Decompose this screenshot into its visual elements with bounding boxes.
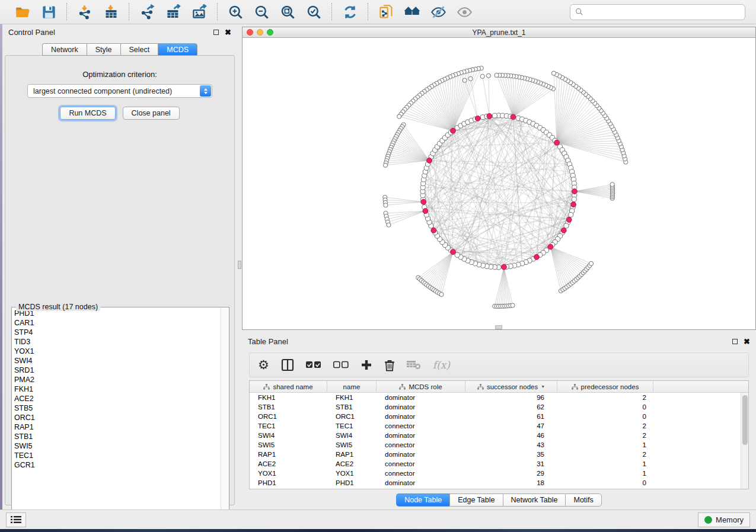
table-cell: 1 xyxy=(557,460,653,467)
export-image-button[interactable] xyxy=(187,2,211,22)
save-icon xyxy=(41,4,57,20)
float-panel-icon[interactable] xyxy=(213,30,219,35)
zoom-fit-button[interactable] xyxy=(276,2,299,22)
close-panel-button[interactable]: Close panel xyxy=(123,107,180,120)
export-table-button[interactable] xyxy=(161,2,185,22)
tab-style[interactable]: Style xyxy=(87,43,120,56)
column-header-MCDS-role[interactable]: MCDS role xyxy=(377,381,465,392)
mcds-result-item[interactable]: CAR1 xyxy=(14,318,221,328)
column-header-name[interactable]: name xyxy=(327,381,377,392)
table-scrollbar[interactable] xyxy=(741,393,748,489)
mcds-result-item[interactable]: SWI4 xyxy=(14,356,221,366)
table-row[interactable]: PHD1PHD1dominator180 xyxy=(250,478,741,488)
close-panel-icon[interactable]: ✖ xyxy=(225,30,231,35)
mcds-result-item[interactable]: PMA2 xyxy=(14,375,221,384)
mcds-result-item[interactable]: ACE2 xyxy=(14,394,221,403)
first-neighbors-button[interactable] xyxy=(400,2,424,22)
search-input[interactable] xyxy=(570,4,745,20)
table-row[interactable]: RAP1RAP1dominator352 xyxy=(250,450,741,459)
mcds-result-item[interactable]: SWI5 xyxy=(14,441,221,451)
export-network-icon xyxy=(139,4,155,20)
control-panel-header: Control Panel ✖ xyxy=(2,24,237,40)
zoom-in-button[interactable] xyxy=(224,2,247,22)
table-cell: 18 xyxy=(465,479,557,486)
select-all-icon[interactable] xyxy=(306,356,321,374)
mcds-result-item[interactable]: SRD1 xyxy=(14,366,221,375)
column-header-predecessor-nodes[interactable]: predecessor nodes xyxy=(557,381,653,392)
close-table-panel-icon[interactable]: ✖ xyxy=(744,339,750,344)
mcds-result-item[interactable]: STP4 xyxy=(14,328,221,337)
mcds-result-item[interactable]: FKH1 xyxy=(14,384,221,394)
show-all-button[interactable] xyxy=(452,2,476,22)
mcds-result-item[interactable]: STB5 xyxy=(14,403,221,413)
list-icon xyxy=(11,515,21,524)
import-table-button[interactable] xyxy=(99,2,123,22)
tab-mcds[interactable]: MCDS xyxy=(158,43,197,56)
network-graph[interactable] xyxy=(243,38,755,329)
add-icon[interactable] xyxy=(361,356,372,374)
memory-button[interactable]: Memory xyxy=(698,512,750,527)
table-scrollbar-thumb[interactable] xyxy=(742,395,748,445)
table-panel-tabs: Node TableEdge TableNetwork TableMotifs xyxy=(242,493,756,507)
apply-layout-icon xyxy=(342,4,358,20)
deselect-all-icon[interactable] xyxy=(333,356,349,374)
table-row[interactable]: YOX1YOX1connector291 xyxy=(250,469,741,478)
splitter-handle[interactable] xyxy=(238,261,241,269)
table-row[interactable]: FKH1FKH1dominator962 xyxy=(250,393,741,402)
settings-icon[interactable]: ⚙ xyxy=(258,356,269,374)
column-header-successor-nodes[interactable]: successor nodes▼ xyxy=(465,381,557,392)
tab-node-table[interactable]: Node Table xyxy=(396,493,449,507)
network-canvas[interactable] xyxy=(243,38,755,329)
hide-selected-button[interactable] xyxy=(426,2,450,22)
mcds-result-item[interactable]: RAP1 xyxy=(14,422,221,432)
network-window-titlebar[interactable]: YPA_prune.txt_1 xyxy=(243,27,755,38)
table-row[interactable]: ACE2ACE2connector311 xyxy=(250,459,741,469)
zoom-out-button[interactable] xyxy=(250,2,273,22)
save-button[interactable] xyxy=(37,2,60,22)
mcds-result-item[interactable]: STB1 xyxy=(14,432,221,441)
table-row[interactable]: SWI5SWI5connector431 xyxy=(250,440,741,450)
search-field[interactable] xyxy=(587,8,740,16)
clone-network-button[interactable] xyxy=(374,2,398,22)
task-history-button[interactable] xyxy=(6,512,26,527)
vertical-splitter[interactable] xyxy=(237,24,242,509)
horizontal-splitter-handle[interactable] xyxy=(495,325,502,329)
table-cell: 1 xyxy=(557,470,653,477)
mcds-list-scrollbar[interactable] xyxy=(221,307,229,521)
tab-motifs[interactable]: Motifs xyxy=(565,493,601,507)
tab-edge-table[interactable]: Edge Table xyxy=(449,493,502,507)
mcds-result-item[interactable]: TID3 xyxy=(14,337,221,347)
export-table-icon xyxy=(165,4,181,20)
table-cell: 46 xyxy=(465,432,557,439)
criterion-dropdown[interactable]: largest connected component (undirected) xyxy=(27,84,212,98)
float-table-panel-icon[interactable] xyxy=(732,339,738,344)
table-cell: 47 xyxy=(465,422,557,430)
table-cell: 2 xyxy=(557,422,653,430)
apply-layout-button[interactable] xyxy=(338,2,362,22)
mcds-result-list[interactable]: PHD1CAR1STP4TID3YOX1SWI4SRD1PMA2FKH1ACE2… xyxy=(12,307,221,521)
column-header-shared-name[interactable]: shared name xyxy=(250,381,327,392)
table-cell: PHD1 xyxy=(250,479,327,486)
table-cell: 31 xyxy=(465,460,557,467)
columns-icon[interactable] xyxy=(281,356,294,374)
mcds-result-item[interactable]: YOX1 xyxy=(14,347,221,356)
table-row[interactable]: SWI4SWI4dominator462 xyxy=(250,431,741,440)
zoom-selected-button[interactable] xyxy=(302,2,326,22)
import-network-button[interactable] xyxy=(73,2,97,22)
memory-label: Memory xyxy=(716,515,744,524)
tab-select[interactable]: Select xyxy=(120,43,158,56)
mcds-result-item[interactable]: GCR1 xyxy=(14,460,221,470)
tab-network-table[interactable]: Network Table xyxy=(503,493,566,507)
export-network-button[interactable] xyxy=(135,2,159,22)
tab-network[interactable]: Network xyxy=(42,43,87,56)
table-cell: FKH1 xyxy=(327,394,377,401)
table-row[interactable]: TEC1TEC1connector472 xyxy=(250,421,741,431)
mcds-result-item[interactable]: TEC1 xyxy=(14,451,221,460)
network-window-title: YPA_prune.txt_1 xyxy=(243,28,755,37)
run-mcds-button[interactable]: Run MCDS xyxy=(60,107,115,120)
delete-icon[interactable] xyxy=(384,356,395,374)
mcds-result-item[interactable]: ORC1 xyxy=(14,413,221,422)
open-button[interactable] xyxy=(11,2,34,22)
table-row[interactable]: ORC1ORC1dominator610 xyxy=(250,412,741,421)
table-row[interactable]: STB1STB1dominator620 xyxy=(250,402,741,412)
